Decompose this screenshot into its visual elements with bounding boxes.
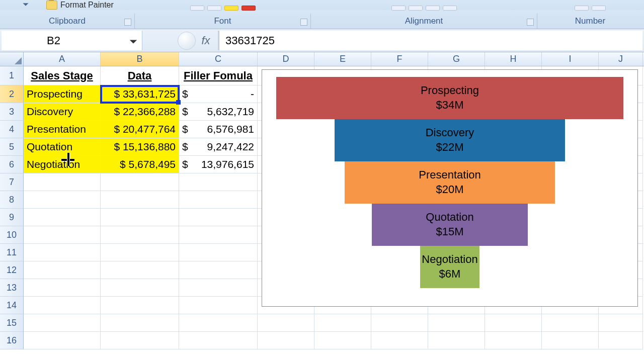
row-header[interactable]: 9	[0, 209, 24, 226]
cell[interactable]	[314, 332, 371, 349]
cell[interactable]	[24, 209, 101, 226]
cell[interactable]	[428, 314, 485, 332]
cell[interactable]	[371, 314, 428, 332]
row-header[interactable]: 8	[0, 191, 24, 209]
column-header[interactable]: H	[485, 52, 542, 66]
format-painter-button[interactable]: Format Painter	[46, 1, 114, 10]
funnel-chart[interactable]: Prospecting $34M Discovery $22M Presenta…	[262, 69, 638, 307]
cell[interactable]	[485, 314, 542, 332]
cell[interactable]: $6,576,981	[179, 121, 258, 138]
cell[interactable]: $ 22,366,288	[101, 103, 179, 121]
fill-color-button[interactable]	[224, 6, 238, 11]
cell[interactable]	[179, 261, 258, 279]
cell[interactable]	[258, 314, 314, 332]
row-header[interactable]: 4	[0, 121, 24, 138]
cell[interactable]: Negotiation	[24, 156, 101, 173]
cell[interactable]	[101, 244, 179, 261]
active-cell[interactable]: $ 33,631,725	[101, 85, 179, 103]
row-header[interactable]: 13	[0, 279, 24, 297]
cell[interactable]: Prospecting	[24, 85, 101, 103]
cell[interactable]	[24, 332, 101, 349]
cell[interactable]: Filler Fomula	[179, 66, 258, 85]
font-color-button[interactable]	[242, 6, 256, 11]
worksheet-grid[interactable]: A B C D E F G H I J 1 Sales Stage Data F…	[0, 52, 644, 362]
cell[interactable]: Data	[101, 66, 179, 85]
cell[interactable]	[179, 209, 258, 226]
row-header[interactable]: 6	[0, 156, 24, 173]
cell[interactable]	[179, 226, 258, 244]
row-header[interactable]: 2	[0, 85, 24, 103]
cell[interactable]	[24, 279, 101, 297]
row-header[interactable]: 3	[0, 103, 24, 121]
cell[interactable]	[179, 173, 258, 191]
cell[interactable]: Quotation	[24, 138, 101, 156]
cell[interactable]	[101, 173, 179, 191]
mini-button[interactable]	[592, 6, 606, 11]
formula-bar[interactable]: 33631725	[219, 31, 642, 50]
cancel-icon[interactable]	[178, 32, 196, 50]
cell[interactable]	[542, 314, 599, 332]
cell[interactable]	[24, 314, 101, 332]
cell[interactable]: $9,247,422	[179, 138, 258, 156]
cell[interactable]	[24, 297, 101, 314]
cell[interactable]	[24, 226, 101, 244]
cell[interactable]	[101, 279, 179, 297]
row-header[interactable]: 11	[0, 244, 24, 261]
cell[interactable]	[179, 314, 258, 332]
cell[interactable]	[599, 314, 643, 332]
row-header[interactable]: 5	[0, 138, 24, 156]
cell[interactable]	[24, 173, 101, 191]
select-all-corner[interactable]	[0, 52, 24, 66]
cell[interactable]	[24, 191, 101, 209]
cell[interactable]	[371, 332, 428, 349]
column-header[interactable]: F	[371, 52, 428, 66]
row-header[interactable]: 1	[0, 66, 24, 85]
cell[interactable]: $-	[179, 85, 258, 103]
name-box[interactable]: B2	[2, 31, 142, 50]
chevron-down-icon[interactable]	[129, 36, 138, 45]
column-header[interactable]: G	[428, 52, 485, 66]
column-header[interactable]: D	[258, 52, 314, 66]
cell[interactable]	[179, 191, 258, 209]
cell[interactable]: $5,632,719	[179, 103, 258, 121]
cell[interactable]	[101, 332, 179, 349]
cell[interactable]	[542, 332, 599, 349]
mini-button[interactable]	[426, 6, 440, 11]
mini-button[interactable]	[207, 6, 221, 11]
cell[interactable]	[428, 332, 485, 349]
cell[interactable]	[101, 209, 179, 226]
cell[interactable]: Sales Stage	[24, 66, 101, 85]
column-header[interactable]: B	[101, 52, 179, 66]
cell[interactable]	[24, 244, 101, 261]
cell[interactable]	[314, 314, 371, 332]
dialog-launcher-icon[interactable]	[124, 19, 131, 26]
mini-button[interactable]	[575, 6, 589, 11]
column-header[interactable]: A	[24, 52, 101, 66]
cell[interactable]	[179, 332, 258, 349]
cell[interactable]	[179, 244, 258, 261]
row-header[interactable]: 10	[0, 226, 24, 244]
dialog-launcher-icon[interactable]	[527, 19, 534, 26]
mini-button[interactable]	[391, 6, 406, 11]
cell[interactable]: $13,976,615	[179, 156, 258, 173]
cell[interactable]	[179, 297, 258, 314]
column-header[interactable]: E	[314, 52, 371, 66]
cell[interactable]	[485, 332, 542, 349]
cell[interactable]	[101, 297, 179, 314]
cell[interactable]: Presentation	[24, 121, 101, 138]
column-header[interactable]: I	[542, 52, 599, 66]
cell[interactable]: $ 5,678,495	[101, 156, 179, 173]
fx-icon[interactable]: fx	[197, 34, 215, 47]
cell[interactable]: $ 20,477,764	[101, 121, 179, 138]
cell[interactable]: Discovery	[24, 103, 101, 121]
cell[interactable]	[101, 314, 179, 332]
row-header[interactable]: 16	[0, 332, 24, 349]
dropdown-arrow-icon[interactable]	[22, 1, 29, 8]
cell[interactable]	[101, 226, 179, 244]
mini-button[interactable]	[443, 6, 457, 11]
cell[interactable]	[179, 279, 258, 297]
column-header[interactable]: C	[179, 52, 258, 66]
cell[interactable]	[101, 261, 179, 279]
row-header[interactable]: 15	[0, 314, 24, 332]
cell[interactable]: $ 15,136,880	[101, 138, 179, 156]
